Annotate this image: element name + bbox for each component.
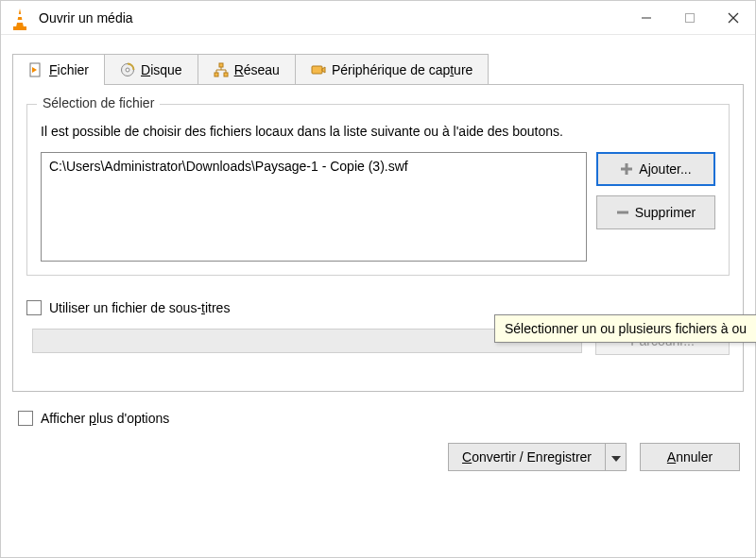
cancel-button[interactable]: Annuler [640,443,740,471]
plus-icon [620,162,633,176]
tab-bar: Fichier Disque Réseau [12,54,744,85]
open-media-dialog: Ouvrir un média Fichier [0,0,756,558]
disc-icon [120,62,135,77]
tab-file[interactable]: Fichier [12,54,105,85]
svg-rect-5 [686,13,695,22]
minus-icon [616,206,629,219]
subtitle-label: Utiliser un fichier de sous-titres [49,300,230,315]
tab-file-label: Fichier [49,62,89,77]
subtitle-checkbox[interactable] [26,300,42,315]
tab-disc-label: Disque [141,62,182,77]
svg-marker-0 [16,8,24,27]
tab-network[interactable]: Réseau [198,54,296,85]
file-icon [28,62,43,77]
convert-save-label: Convertir / Enregistrer [462,449,592,465]
remove-button-label: Supprimer [635,205,696,220]
bottom-area: Afficher plus d'options Convertir / Enre… [12,411,744,471]
file-list[interactable]: C:\Users\Administrator\Downloads\Paysage… [41,152,587,262]
tooltip: Sélectionner un ou plusieurs fichiers à … [494,314,756,343]
show-more-row: Afficher plus d'options [18,411,744,426]
tab-disc[interactable]: Disque [104,54,198,85]
client-area: Fichier Disque Réseau [1,35,755,557]
capture-icon [311,62,326,77]
add-button-label: Ajouter... [639,161,691,177]
svg-marker-20 [611,456,621,462]
vlc-cone-icon [10,8,29,27]
convert-save-main[interactable]: Convertir / Enregistrer [449,444,605,470]
titlebar: Ouvrir un média [1,1,755,35]
svg-rect-19 [617,211,628,214]
svg-rect-13 [215,73,218,76]
file-selection-description: Il est possible de choisir des fichiers … [41,124,715,139]
svg-rect-1 [17,14,23,17]
file-list-item[interactable]: C:\Users\Administrator\Downloads\Paysage… [49,159,578,174]
tab-capture[interactable]: Périphérique de capture [295,54,489,85]
svg-rect-18 [621,168,632,171]
minimize-button[interactable] [625,1,668,35]
file-selection-legend: Sélection de fichier [37,95,160,110]
close-button[interactable] [712,1,755,35]
cancel-button-label: Annuler [667,449,713,465]
show-more-checkbox[interactable] [18,411,33,426]
network-icon [214,62,229,77]
convert-save-dropdown[interactable] [605,444,626,470]
tab-network-label: Réseau [234,62,280,77]
maximize-button[interactable] [668,1,712,35]
file-selection-fieldset: Sélection de fichier Il est possible de … [26,104,730,276]
svg-rect-3 [13,26,26,30]
convert-save-button[interactable]: Convertir / Enregistrer [448,443,627,471]
svg-rect-2 [16,20,23,23]
show-more-label: Afficher plus d'options [41,411,169,426]
svg-rect-14 [224,73,228,76]
tab-panel-file: Sélection de fichier Il est possible de … [12,84,744,392]
svg-rect-15 [312,66,322,74]
footer-buttons: Convertir / Enregistrer Annuler [12,443,744,471]
window-title: Ouvrir un média [39,10,133,25]
window-controls [625,1,755,35]
svg-point-11 [126,68,129,72]
add-button[interactable]: Ajouter... [596,152,715,186]
file-row: C:\Users\Administrator\Downloads\Paysage… [41,152,715,262]
remove-button[interactable]: Supprimer [596,195,715,229]
chevron-down-icon [611,450,621,465]
file-side-buttons: Ajouter... Supprimer [596,152,715,262]
subtitle-row: Utiliser un fichier de sous-titres [26,300,730,315]
svg-rect-12 [219,63,223,67]
tab-capture-label: Périphérique de capture [332,62,472,77]
